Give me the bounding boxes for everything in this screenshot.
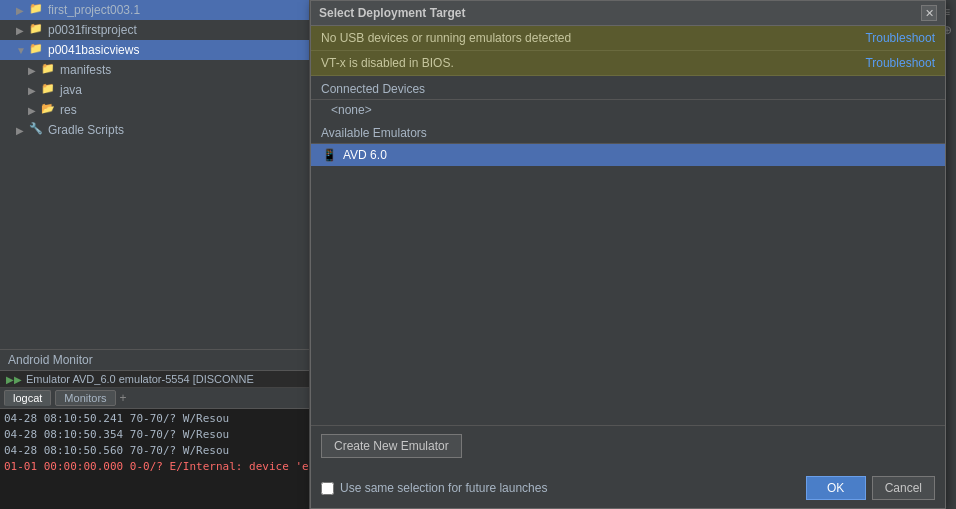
tree-item-first-project[interactable]: ▶ 📁 first_project003.1 — [0, 0, 309, 20]
deployment-target-dialog: Select Deployment Target ✕ No USB device… — [310, 0, 946, 509]
avd-item[interactable]: 📱 AVD 6.0 — [311, 144, 945, 166]
log-line-4-error: 01-01 00:00:00.000 0-0/? E/Internal: dev… — [4, 459, 305, 475]
tree-arrow: ▶ — [16, 5, 28, 16]
cancel-button[interactable]: Cancel — [872, 476, 935, 500]
ok-cancel-buttons: OK Cancel — [806, 476, 935, 500]
available-emulators-header: Available Emulators — [311, 120, 945, 144]
log-line-1: 04-28 08:10:50.241 70-70/? W/Resou — [4, 411, 305, 427]
folder-icon: 📁 — [40, 62, 56, 78]
tree-arrow: ▶ — [28, 105, 40, 116]
tree-item-label: p0041basicviews — [48, 43, 139, 57]
tree-item-manifests[interactable]: ▶ 📁 manifests — [0, 60, 309, 80]
tree-item-label: java — [60, 83, 82, 97]
same-selection-label: Use same selection for future launches — [340, 481, 547, 495]
no-device-item: <none> — [311, 100, 945, 120]
avd-label: AVD 6.0 — [343, 148, 387, 162]
tree-item-label: first_project003.1 — [48, 3, 140, 17]
emulator-list: 📱 AVD 6.0 — [311, 144, 945, 425]
folder-icon: 📁 — [28, 42, 44, 58]
connected-devices-header: Connected Devices — [311, 76, 945, 100]
warning-text-1: No USB devices or running emulators dete… — [321, 31, 571, 45]
emulator-row[interactable]: ▶▶ Emulator AVD_6.0 emulator-5554 [DISCO… — [0, 371, 309, 388]
emulator-tab-label: Emulator AVD_6.0 emulator-5554 [DISCONNE — [26, 373, 254, 385]
log-area: 04-28 08:10:50.241 70-70/? W/Resou 04-28… — [0, 409, 309, 509]
tree-arrow: ▼ — [16, 45, 28, 56]
dialog-close-button[interactable]: ✕ — [921, 5, 937, 21]
warning-row-2: VT-x is disabled in BIOS. Troubleshoot — [311, 51, 945, 76]
none-label: <none> — [331, 103, 372, 117]
troubleshoot-link-2[interactable]: Troubleshoot — [865, 56, 935, 70]
tree-item-label: manifests — [60, 63, 111, 77]
tree-item-label: res — [60, 103, 77, 117]
folder-icon: 📁 — [28, 2, 44, 18]
tree-item-gradle[interactable]: ▶ 🔧 Gradle Scripts — [0, 120, 309, 140]
emulator-status-icon: ▶▶ — [6, 374, 22, 385]
avd-icon: 📱 — [321, 147, 337, 163]
warning-row-1: No USB devices or running emulators dete… — [311, 26, 945, 51]
tree-item-label: p0031firstproject — [48, 23, 137, 37]
dialog-titlebar: Select Deployment Target ✕ — [311, 1, 945, 26]
dialog-title: Select Deployment Target — [319, 6, 465, 20]
warning-text-2: VT-x is disabled in BIOS. — [321, 56, 454, 70]
tree-arrow: ▶ — [28, 65, 40, 76]
log-line-3: 04-28 08:10:50.560 70-70/? W/Resou — [4, 443, 305, 459]
monitors-tab[interactable]: Monitors — [55, 390, 115, 406]
log-line-2: 04-28 08:10:50.354 70-70/? W/Resou — [4, 427, 305, 443]
tree-item-label: Gradle Scripts — [48, 123, 124, 137]
monitor-header: Android Monitor — [0, 350, 309, 371]
dialog-footer: Use same selection for future launches O… — [311, 476, 945, 508]
project-tree: ▶ 📁 first_project003.1 ▶ 📁 p0031firstpro… — [0, 0, 310, 350]
tree-item-p0041[interactable]: ▼ 📁 p0041basicviews — [0, 40, 309, 60]
folder-icon: 📂 — [40, 102, 56, 118]
tree-arrow: ▶ — [28, 85, 40, 96]
ok-button[interactable]: OK — [806, 476, 866, 500]
tree-arrow: ▶ — [16, 25, 28, 36]
folder-icon: 📁 — [28, 22, 44, 38]
add-tab-btn[interactable]: + — [120, 391, 127, 405]
android-monitor-panel: Android Monitor ▶▶ Emulator AVD_6.0 emul… — [0, 349, 310, 509]
same-selection-checkbox[interactable] — [321, 482, 334, 495]
monitor-tab-bar: logcat Monitors + — [0, 388, 309, 409]
same-selection-checkbox-row: Use same selection for future launches — [321, 481, 547, 495]
tree-item-p0031[interactable]: ▶ 📁 p0031firstproject — [0, 20, 309, 40]
tree-arrow: ▶ — [16, 125, 28, 136]
tree-item-res[interactable]: ▶ 📂 res — [0, 100, 309, 120]
troubleshoot-link-1[interactable]: Troubleshoot — [865, 31, 935, 45]
dialog-bottom: Create New Emulator — [311, 425, 945, 476]
tree-item-java[interactable]: ▶ 📁 java — [0, 80, 309, 100]
folder-icon: 📁 — [40, 82, 56, 98]
create-new-emulator-button[interactable]: Create New Emulator — [321, 434, 462, 458]
monitor-title: Android Monitor — [8, 353, 93, 367]
logcat-tab[interactable]: logcat — [4, 390, 51, 406]
gradle-icon: 🔧 — [28, 122, 44, 138]
